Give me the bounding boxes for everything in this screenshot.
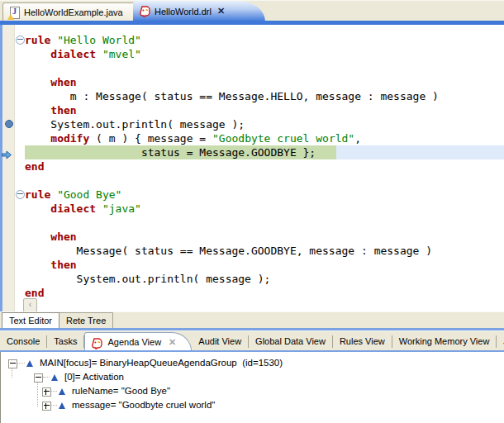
code-line[interactable] <box>0 173 504 188</box>
view-tab-console[interactable]: Console <box>0 331 46 351</box>
tree-row-rulename[interactable]: ruleName= "Good Bye" <box>1 384 504 398</box>
editor-tab-label: HelloWorldExample.java <box>24 7 123 17</box>
tree-expander-plus-icon[interactable] <box>42 402 51 411</box>
tree-node-icon <box>51 374 58 381</box>
agenda-view-tree: MAIN[focus]= BinaryHeapQueueAgendaGroup … <box>0 352 504 423</box>
tree-row-message[interactable]: message= "Goodbyte cruel world" <box>1 398 504 412</box>
page-tab-text-editor[interactable]: Text Editor <box>2 312 59 329</box>
code-line[interactable]: Message( status == Message.GOODBYE, mess… <box>0 244 504 258</box>
tree-row-0[interactable]: [0]= Activation <box>1 370 504 384</box>
tree-row-label: [0]= Activation <box>64 370 124 384</box>
tree-node-icon <box>59 402 65 409</box>
code-line[interactable]: dialect "mvel" <box>0 47 504 61</box>
tree-row-label: message= "Goodbyte cruel world" <box>72 398 215 412</box>
code-line[interactable]: when <box>0 230 504 244</box>
code-line[interactable]: m : Message( status == Message.HELLO, me… <box>0 89 504 103</box>
code-line[interactable]: then <box>0 103 504 117</box>
instruction-pointer-icon <box>2 148 12 157</box>
breakpoint-icon[interactable] <box>5 120 13 128</box>
code-line[interactable]: modify ( m ) { message = "Goodbyte cruel… <box>0 131 504 145</box>
view-tab-global-data-view[interactable]: Global Data View <box>249 331 332 351</box>
eclipse-window: J HelloWorldExample.java HelloWorld.drl … <box>0 0 504 423</box>
tree-connector <box>17 363 25 364</box>
view-tab-tasks[interactable]: Tasks <box>47 331 83 351</box>
code-line[interactable]: status = Message.GOODBYE }; <box>0 145 504 159</box>
code-line[interactable]: rule "Good Bye" <box>0 188 504 202</box>
tree-connector <box>51 391 57 392</box>
code-line[interactable]: when <box>0 75 504 89</box>
code-line[interactable]: then <box>0 258 504 272</box>
editor-tab-helloworld-drl[interactable]: HelloWorld.drl ✕ <box>133 1 265 21</box>
view-tab-agenda-view[interactable]: Agenda View✕ <box>84 332 192 352</box>
editor-tab-label: HelloWorld.drl <box>155 7 212 17</box>
drl-editor: rule "Hello World" dialect "mvel" when m… <box>0 25 504 311</box>
tree-node-icon <box>59 388 65 395</box>
code-line[interactable]: end <box>0 286 504 300</box>
close-tab-icon[interactable]: ✕ <box>217 6 225 17</box>
agenda-view-icon <box>92 336 102 348</box>
code-line[interactable]: rule "Hello World" <box>0 33 504 47</box>
view-tab-working-memory-view[interactable]: Working Memory View <box>392 331 497 351</box>
tree-row-label: ruleName= "Good Bye" <box>72 384 170 398</box>
view-tab-audit-view[interactable]: Audit View <box>192 331 248 351</box>
collapse-toggle-icon[interactable] <box>16 36 25 45</box>
collapse-toggle-icon[interactable] <box>16 190 25 199</box>
tree-expander-plus-icon[interactable] <box>42 387 51 397</box>
tree-row-main-focus[interactable]: MAIN[focus]= BinaryHeapQueueAgendaGroup … <box>1 356 504 370</box>
code-line[interactable]: end <box>0 159 504 173</box>
tree-node-icon <box>26 360 33 367</box>
code-line[interactable]: System.out.println( message ); <box>0 117 504 131</box>
tree-connector <box>51 405 57 406</box>
code-line[interactable] <box>0 61 504 75</box>
tree-connector <box>43 377 50 378</box>
code-line[interactable] <box>0 216 504 230</box>
view-tab-junit[interactable]: JUnit <box>497 331 504 351</box>
debug-line-highlight-rest <box>336 145 504 159</box>
page-tab-rete-tree[interactable]: Rete Tree <box>59 312 113 329</box>
view-tab-label: Agenda View <box>107 332 161 352</box>
code-line[interactable]: dialect "java" <box>0 202 504 216</box>
editor-tab-bar: J HelloWorldExample.java HelloWorld.drl … <box>0 0 504 21</box>
editor-page-tabs: Text EditorRete Tree <box>0 311 504 329</box>
drools-file-icon <box>140 6 150 17</box>
view-tab-bar: ConsoleTasksAgenda View✕Audit ViewGlobal… <box>0 330 504 351</box>
hscroll-left-button[interactable]: ‹ <box>23 298 37 312</box>
tree-row-label: MAIN[focus]= BinaryHeapQueueAgendaGroup … <box>40 356 283 370</box>
editor-tab-helloworldexample-java[interactable]: J HelloWorldExample.java <box>2 2 137 21</box>
code-area[interactable]: rule "Hello World" dialect "mvel" when m… <box>0 33 504 300</box>
code-line[interactable]: System.out.println( message ); <box>0 272 504 286</box>
tree-expander-minus-icon[interactable] <box>8 359 17 368</box>
java-file-warning-icon: J <box>8 7 20 19</box>
close-view-icon[interactable]: ✕ <box>169 332 176 352</box>
tree-expander-minus-icon[interactable] <box>34 373 43 383</box>
view-tab-rules-view[interactable]: Rules View <box>333 331 392 351</box>
